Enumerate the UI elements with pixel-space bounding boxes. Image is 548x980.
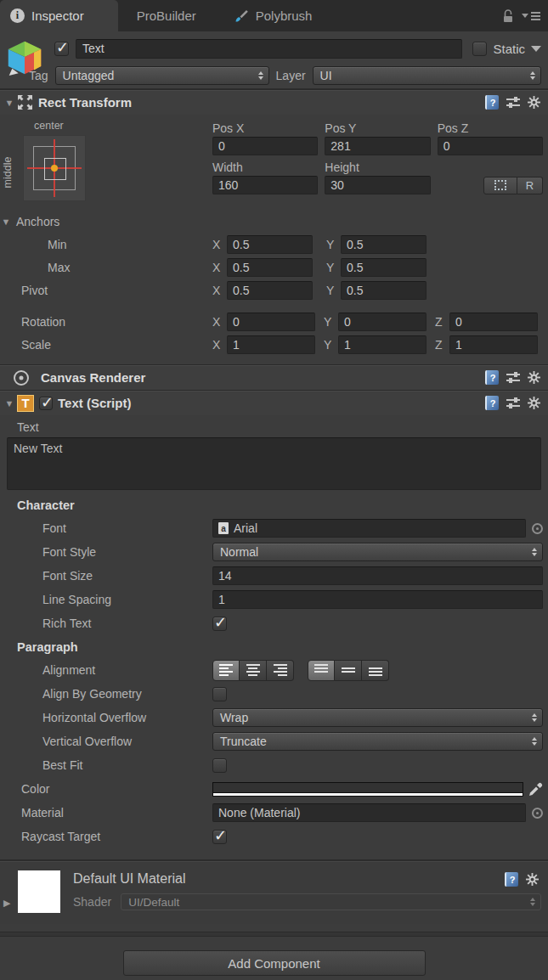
inspector-panel: i Inspector ProBuilder Polybrush xyxy=(0,0,548,980)
blueprint-mode-button[interactable] xyxy=(483,177,517,194)
align-right-icon xyxy=(274,664,287,676)
tab-bar: i Inspector ProBuilder Polybrush xyxy=(0,0,548,31)
font-size-label: Font Size xyxy=(0,569,212,583)
rotation-label: Rotation xyxy=(0,315,212,329)
material-foldout-icon[interactable]: ▶ xyxy=(3,870,18,913)
tab-inspector[interactable]: i Inspector xyxy=(0,0,118,31)
best-fit-checkbox[interactable] xyxy=(212,758,227,773)
rotation-z-field[interactable]: 0 xyxy=(449,313,538,331)
static-dropdown-arrow-icon[interactable] xyxy=(531,46,541,52)
tag-dropdown[interactable]: Untagged xyxy=(55,66,269,85)
presets-icon[interactable] xyxy=(506,372,520,384)
pos-y-label: Pos Y xyxy=(325,120,430,137)
character-section-title: Character xyxy=(0,490,548,516)
material-object-field[interactable]: None (Material) xyxy=(212,803,526,822)
anchors-min-x-field[interactable]: 0.5 xyxy=(227,235,313,254)
axis-x-label: X xyxy=(212,315,227,329)
anchors-max-x-field[interactable]: 0.5 xyxy=(227,258,313,277)
rotation-x-field[interactable]: 0 xyxy=(227,313,315,331)
pivot-label: Pivot xyxy=(0,284,212,297)
material-preview-thumbnail xyxy=(18,870,60,913)
raw-edit-mode-button[interactable]: R xyxy=(517,177,543,194)
vertical-overflow-dropdown[interactable]: Truncate xyxy=(212,732,543,751)
tab-polybrush[interactable]: Polybrush xyxy=(215,0,331,31)
tag-value: Untagged xyxy=(63,69,115,82)
gameobject-name-field[interactable]: Text xyxy=(76,39,462,59)
axis-y-label: Y xyxy=(324,338,338,352)
font-object-field[interactable]: a Arial xyxy=(212,519,526,538)
foldout-open-icon[interactable]: ▼ xyxy=(3,98,15,108)
gear-icon[interactable] xyxy=(528,371,540,384)
material-title: Default UI Material xyxy=(73,871,541,887)
horizontal-overflow-dropdown[interactable]: Wrap xyxy=(212,708,543,727)
scale-y-field[interactable]: 1 xyxy=(338,335,427,354)
foldout-open-icon[interactable]: ▼ xyxy=(3,398,15,408)
help-icon[interactable]: ? xyxy=(485,370,499,385)
raycast-target-checkbox[interactable] xyxy=(212,830,227,844)
width-field[interactable]: 160 xyxy=(212,176,318,194)
color-swatch[interactable] xyxy=(212,782,523,797)
font-style-dropdown[interactable]: Normal xyxy=(212,543,543,561)
dropdown-stepper-icon xyxy=(532,737,537,746)
align-right-button[interactable] xyxy=(267,660,294,681)
align-left-icon xyxy=(219,664,233,676)
anchors-min-y-field[interactable]: 0.5 xyxy=(341,235,427,254)
align-center-button[interactable] xyxy=(240,660,267,681)
align-bottom-button[interactable] xyxy=(362,660,389,681)
text-enabled-checkbox[interactable] xyxy=(39,397,53,410)
color-rgb-area xyxy=(213,783,523,792)
static-checkbox[interactable] xyxy=(472,42,487,56)
text-value-textarea[interactable]: New Text xyxy=(7,437,541,490)
presets-icon[interactable] xyxy=(506,97,520,109)
pivot-y-field[interactable]: 0.5 xyxy=(341,281,427,300)
height-label: Height xyxy=(325,159,430,176)
scale-x-field[interactable]: 1 xyxy=(227,335,315,354)
pos-y-field[interactable]: 281 xyxy=(325,137,430,155)
anchor-preset-button[interactable] xyxy=(23,135,86,201)
blueprint-icon xyxy=(494,180,506,190)
align-by-geometry-checkbox[interactable] xyxy=(212,687,227,701)
rotation-y-field[interactable]: 0 xyxy=(338,313,427,331)
canvas-renderer-header[interactable]: Canvas Renderer ? xyxy=(0,364,548,390)
font-asset-icon: a xyxy=(218,522,229,534)
text-script-header[interactable]: ▼ T Text (Script) ? xyxy=(0,390,548,415)
line-spacing-field[interactable]: 1 xyxy=(212,590,543,609)
add-component-button[interactable]: Add Component xyxy=(123,950,426,976)
rect-transform-header[interactable]: ▼ Rect Transform ? xyxy=(0,89,548,115)
context-menu-icon[interactable] xyxy=(522,10,540,22)
pos-x-field[interactable]: 0 xyxy=(212,137,318,155)
object-picker-icon[interactable] xyxy=(532,808,543,819)
height-field[interactable]: 30 xyxy=(325,176,430,194)
pos-z-field[interactable]: 0 xyxy=(438,137,543,155)
material-label: Material xyxy=(0,806,212,819)
font-size-field[interactable]: 14 xyxy=(212,566,543,585)
pos-x-label: Pos X xyxy=(212,120,318,137)
help-icon[interactable]: ? xyxy=(485,95,499,110)
help-icon[interactable]: ? xyxy=(485,396,499,410)
align-middle-button[interactable] xyxy=(335,660,362,681)
lock-icon[interactable] xyxy=(502,8,514,23)
pivot-x-field[interactable]: 0.5 xyxy=(227,281,313,300)
layer-dropdown[interactable]: UI xyxy=(313,66,541,85)
object-picker-icon[interactable] xyxy=(532,523,543,534)
gear-icon[interactable] xyxy=(526,873,539,886)
dropdown-stepper-icon xyxy=(532,713,537,722)
anchors-foldout-icon[interactable]: ▼ xyxy=(0,217,12,227)
anchors-max-y-field[interactable]: 0.5 xyxy=(341,258,427,277)
help-icon[interactable]: ? xyxy=(505,872,518,887)
presets-icon[interactable] xyxy=(506,397,520,409)
align-left-button[interactable] xyxy=(212,660,240,681)
tab-probuilder[interactable]: ProBuilder xyxy=(118,0,215,31)
vertical-overflow-value: Truncate xyxy=(220,735,267,748)
eyedropper-icon[interactable] xyxy=(528,782,543,797)
layer-label: Layer xyxy=(276,69,306,82)
align-top-button[interactable] xyxy=(308,660,335,681)
gameobject-active-checkbox[interactable] xyxy=(54,42,69,56)
rich-text-checkbox[interactable] xyxy=(212,617,227,631)
gear-icon[interactable] xyxy=(528,96,540,109)
scale-z-field[interactable]: 1 xyxy=(449,335,538,354)
axis-z-label: Z xyxy=(435,338,449,352)
gear-icon[interactable] xyxy=(528,397,540,409)
shader-dropdown[interactable]: UI/Default xyxy=(121,893,541,910)
align-middle-icon xyxy=(342,664,355,676)
